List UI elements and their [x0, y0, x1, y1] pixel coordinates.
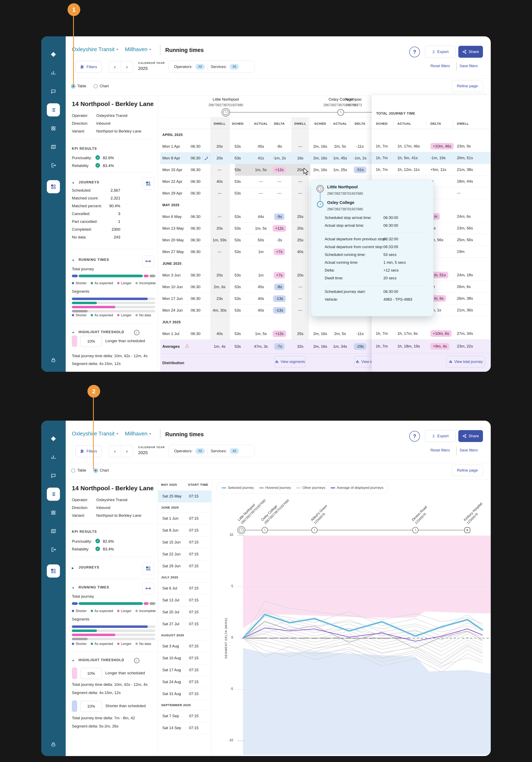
- sidebar-item-grid[interactable]: [47, 506, 60, 519]
- date-list-item[interactable]: Sat 13 Jul07:15: [158, 594, 211, 606]
- breadcrumb-operator[interactable]: Oxleyshire Transit: [72, 46, 114, 52]
- journey-stat-value: 243: [72, 235, 120, 240]
- value-cell: 53s: [234, 308, 241, 313]
- date-list-item[interactable]: Sat 31 Aug07:15: [158, 688, 211, 700]
- y-tick-label: 10: [224, 533, 233, 537]
- breadcrumb-region[interactable]: Millhaven: [125, 46, 148, 52]
- reset-filters-link[interactable]: Reset filters: [431, 64, 450, 68]
- date-list-item[interactable]: Sat 29 Jun07:15: [158, 560, 211, 572]
- value-cell: 23s: [217, 296, 223, 301]
- collapse-icon[interactable]: ▼: [72, 181, 75, 185]
- collapse-icon[interactable]: ▼: [72, 331, 75, 334]
- next-button[interactable]: ›: [121, 448, 133, 454]
- column-header: DWELL: [214, 122, 226, 125]
- view-segments-button[interactable]: View segments: [274, 356, 305, 367]
- sidebar-item-comment[interactable]: [47, 469, 60, 482]
- prev-button[interactable]: ‹: [109, 64, 121, 70]
- expand-icon[interactable]: ▶: [72, 567, 74, 570]
- sidebar-item-logo[interactable]: [47, 48, 60, 61]
- value-cell: 53s: [234, 296, 241, 301]
- collapse-icon[interactable]: ▼: [72, 259, 75, 262]
- journeys-widget-button[interactable]: [142, 178, 154, 190]
- date-list-item[interactable]: Sat 20 Jul07:15: [158, 606, 211, 618]
- chart-legend-item: Selected journey: [222, 486, 254, 490]
- sidebar-item-list[interactable]: [47, 103, 60, 116]
- info-icon[interactable]: i: [134, 330, 139, 335]
- info-icon[interactable]: i: [134, 658, 139, 663]
- tooltip-label: Actual stop arrival time:: [325, 223, 364, 228]
- sidebar-item-bar-chart[interactable]: [47, 66, 60, 80]
- sidebar-item-sign-out[interactable]: [47, 543, 60, 556]
- chart-radio[interactable]: [94, 84, 98, 88]
- date-list-item[interactable]: Sat 25 May07:15: [158, 491, 211, 502]
- segments-link-button[interactable]: [142, 582, 154, 594]
- collapse-icon[interactable]: ▼: [72, 586, 75, 589]
- reset-filters-link[interactable]: Reset filters: [431, 448, 450, 452]
- date-list-item[interactable]: Sat 27 Jul07:15: [158, 618, 211, 630]
- start-time-value: 07:15: [189, 586, 198, 590]
- bar-segment: [72, 602, 78, 605]
- sidebar-item-grid[interactable]: [47, 122, 60, 135]
- breadcrumb-region[interactable]: Millhaven: [125, 430, 148, 437]
- sidebar-item-map[interactable]: [47, 525, 60, 538]
- save-filters-link[interactable]: Save filters: [460, 64, 478, 68]
- segment-bar-track: [72, 634, 155, 636]
- date-list-item[interactable]: Sat 10 Aug07:15: [158, 652, 211, 664]
- sidebar-item-map[interactable]: [47, 140, 60, 153]
- share-button[interactable]: Share: [458, 430, 483, 442]
- collapse-icon[interactable]: ▼: [72, 659, 75, 662]
- sidebar-item-comment[interactable]: [47, 85, 60, 98]
- filters-button[interactable]: Filters: [75, 445, 101, 457]
- check-icon: ✓: [96, 155, 100, 160]
- next-button[interactable]: ›: [121, 64, 133, 70]
- save-filters-link[interactable]: Save filters: [460, 448, 478, 452]
- chart-radio[interactable]: [94, 469, 98, 473]
- longer-threshold-input[interactable]: 10%: [80, 336, 102, 347]
- journeys-caption: JOURNEYS: [79, 566, 100, 570]
- filters-button[interactable]: Filters: [75, 61, 101, 73]
- operators-services-pill[interactable]: Operators: All Services: All: [168, 61, 255, 73]
- table-radio[interactable]: [71, 469, 75, 473]
- refine-page-button[interactable]: Refine page: [452, 80, 483, 92]
- sidebar-item-widget[interactable]: [47, 180, 60, 193]
- longer-threshold-input[interactable]: 10%: [80, 668, 102, 679]
- sidebar-item-list[interactable]: [47, 488, 60, 501]
- sidebar-item-sign-out[interactable]: [47, 159, 60, 172]
- date-list-item[interactable]: Sat 22 Jun07:15: [158, 548, 211, 560]
- date-list-item[interactable]: Sat 17 Aug07:15: [158, 664, 211, 676]
- date-list-item[interactable]: Sat 3 Aug07:15: [158, 641, 211, 652]
- sidebar-item-lock[interactable]: [47, 738, 60, 751]
- bar-segment: [72, 274, 78, 277]
- date-list-item[interactable]: Sat 8 Jun07:15: [158, 525, 211, 536]
- sidebar-item-widget[interactable]: [47, 565, 60, 577]
- histogram-icon: [449, 360, 453, 363]
- sidebar-item-lock[interactable]: [47, 353, 60, 367]
- export-button[interactable]: ⇫Export: [425, 430, 455, 442]
- date-list-item[interactable]: Sat 1 Jun07:15: [158, 513, 211, 525]
- date-list-item[interactable]: Sat 15 Jun07:15: [158, 536, 211, 548]
- operators-services-pill[interactable]: Operators: All Services: All: [168, 445, 255, 457]
- column-header: DWELL: [457, 122, 469, 125]
- help-icon[interactable]: ?: [409, 431, 420, 442]
- date-list-item[interactable]: Sat 14 Sep07:15: [158, 722, 211, 734]
- journey-path-button[interactable]: [202, 154, 210, 162]
- date-list-item[interactable]: Sat 6 Jul07:15: [158, 582, 211, 594]
- date-list-item[interactable]: Sat 7 Sep07:15: [158, 710, 211, 722]
- sidebar-item-bar-chart[interactable]: [47, 451, 60, 464]
- help-icon[interactable]: ?: [409, 46, 420, 57]
- segments-link-button[interactable]: [142, 255, 154, 267]
- tooltip-value: 06:33:05: [383, 245, 398, 249]
- refine-page-button[interactable]: Refine page: [452, 465, 483, 476]
- running-times-chart: Selected journeyHovered journeyOther jou…: [211, 480, 491, 756]
- export-button[interactable]: ⇫Export: [425, 46, 455, 58]
- share-button[interactable]: Share: [458, 46, 483, 58]
- view-total-journey-button[interactable]: View total journey: [446, 356, 485, 367]
- date-list-item[interactable]: Sat 24 Aug07:15: [158, 676, 211, 688]
- shorter-threshold-input[interactable]: 10%: [80, 701, 102, 712]
- value-cell: ---: [299, 179, 302, 184]
- prev-button[interactable]: ‹: [109, 448, 121, 454]
- sidebar-item-logo[interactable]: [47, 432, 60, 445]
- pager: ‹ ›: [109, 445, 133, 457]
- journeys-widget-button[interactable]: [142, 563, 154, 574]
- page-title: Running times: [165, 47, 204, 53]
